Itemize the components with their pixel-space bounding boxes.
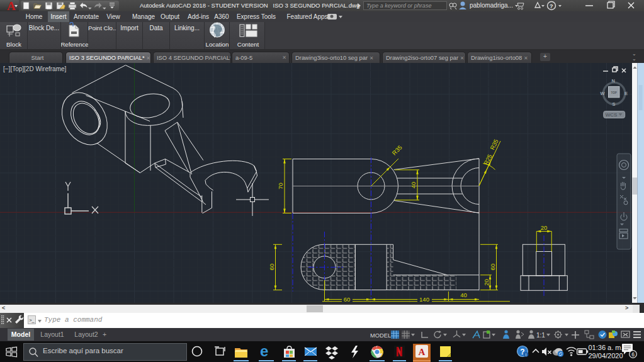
svg-text:01:36 a. m.: 01:36 a. m. <box>588 344 623 351</box>
svg-text:140: 140 <box>419 296 429 303</box>
svg-text:6: 6 <box>631 351 635 358</box>
svg-text:[−][Top][2D Wireframe]: [−][Top][2D Wireframe] <box>3 65 67 72</box>
svg-text:R35: R35 <box>489 138 500 150</box>
svg-text:?: ? <box>550 3 553 9</box>
svg-text:60: 60 <box>344 296 351 303</box>
svg-text:A: A <box>419 347 426 357</box>
svg-text:i: i <box>526 353 526 357</box>
svg-text:pablomadriga...: pablomadriga... <box>470 2 513 9</box>
svg-text:N: N <box>612 78 615 84</box>
svg-text:70: 70 <box>277 183 284 189</box>
svg-text:TOP: TOP <box>611 91 617 94</box>
svg-text:40: 40 <box>460 291 467 298</box>
svg-text:E: E <box>624 91 628 96</box>
svg-text:20: 20 <box>541 224 548 231</box>
svg-text:WCS: WCS <box>606 112 618 118</box>
svg-text:e: e <box>260 344 268 359</box>
svg-text:60: 60 <box>489 264 496 271</box>
svg-text:Reference: Reference <box>61 41 88 48</box>
svg-text:Location: Location <box>205 41 229 48</box>
svg-text:W: W <box>600 91 605 96</box>
svg-text:S: S <box>612 101 615 107</box>
svg-text:40: 40 <box>410 182 417 189</box>
svg-text:MODEL: MODEL <box>370 332 391 339</box>
svg-text:Block: Block <box>6 41 21 48</box>
svg-text:A: A <box>7 0 16 11</box>
svg-text:29/04/2020: 29/04/2020 <box>588 352 623 359</box>
svg-text:1:1: 1:1 <box>536 332 545 339</box>
svg-text:R35: R35 <box>390 144 403 156</box>
svg-text:Content: Content <box>237 41 259 48</box>
svg-text:60: 60 <box>268 264 275 271</box>
svg-text:20: 20 <box>483 279 490 286</box>
